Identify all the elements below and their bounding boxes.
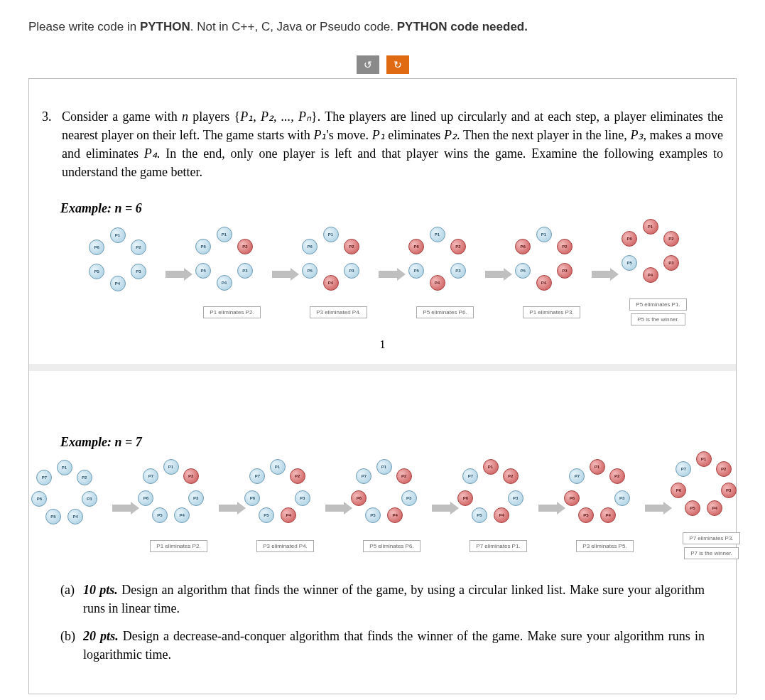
- part-a: (a) 10 pts. Design an algorithm that fin…: [60, 581, 705, 618]
- player-node: P5: [152, 507, 168, 523]
- player-node: P5: [302, 263, 318, 279]
- stage-caption: P5 eliminates P6.: [416, 306, 473, 318]
- part-a-pts: 10 pts.: [83, 583, 118, 597]
- arrow-icon: [379, 268, 406, 281]
- undo-button[interactable]: ↺: [357, 55, 379, 74]
- arrow-icon: [112, 502, 139, 515]
- example-6-diagram: P1P2P3P4P5P6P1P2P3P4P5P6P1 eliminates P2…: [60, 223, 723, 325]
- player-node: P5: [685, 500, 700, 516]
- player-ring: P1P2P3P4P5P6P7: [143, 465, 215, 536]
- player-node: P6: [457, 490, 473, 506]
- instruction-lang: PYTHON: [140, 20, 190, 33]
- player-node: P6: [89, 239, 104, 255]
- part-a-body: Design an algorithm that finds the winne…: [83, 583, 705, 615]
- qt-a: Consider a game with: [62, 109, 182, 124]
- player-node: P7: [462, 468, 478, 484]
- player-node: P4: [217, 275, 232, 291]
- question-number: 3.: [42, 107, 62, 181]
- qt-p4: P₄: [144, 146, 157, 161]
- arrow-icon: [432, 502, 459, 515]
- player-ring: P1P2P3P4P5P6: [623, 223, 694, 294]
- player-ring: P1P2P3P4P5P6P7: [463, 465, 534, 536]
- player-ring: P1P2P3P4P5P6: [90, 232, 161, 303]
- arrow-icon: [538, 502, 565, 515]
- player-node: P4: [536, 275, 552, 291]
- player-node: P7: [249, 468, 265, 484]
- toolbar: ↺ ↻: [28, 55, 737, 74]
- player-node: P5: [259, 507, 274, 523]
- player-ring: P1P2P3P4P5P6P7: [357, 465, 428, 536]
- player-node: P4: [643, 267, 658, 283]
- player-node: P7: [143, 468, 158, 484]
- player-node: P1: [376, 459, 392, 475]
- player-node: P1: [696, 451, 712, 467]
- redo-icon: ↻: [394, 59, 402, 70]
- diagram-stage: P1P2P3P4P5P6P5 eliminates P1.P5 is the w…: [623, 223, 694, 325]
- player-node: P2: [344, 239, 359, 254]
- diagram-stage: P1P2P3P4P5P6P7P7 eliminates P1.: [463, 465, 534, 552]
- arrow-icon: [592, 268, 619, 281]
- player-node: P5: [89, 264, 104, 279]
- player-node: P1: [483, 459, 499, 475]
- player-node: P7: [356, 468, 371, 484]
- instruction-line: Please write code in PYTHON. Not in C++,…: [28, 20, 737, 34]
- qt-p1a: P₁: [313, 128, 326, 142]
- player-ring: P1P2P3P4P5P6P7: [570, 465, 641, 536]
- arrow-icon: [645, 502, 672, 515]
- player-node: P5: [195, 263, 211, 279]
- arrow-icon: [219, 502, 246, 515]
- part-b-text: 20 pts. Design a decrease-and-conquer al…: [83, 627, 705, 664]
- player-ring: P1P2P3P4P5P6P7: [37, 465, 108, 537]
- diagram-stage: P1P2P3P4P5P6P7P3 eliminates P5.: [570, 465, 641, 552]
- player-node: P6: [408, 239, 424, 254]
- player-node: P2: [609, 468, 625, 484]
- qt-set: P₁, P₂, ..., Pₙ: [240, 109, 311, 124]
- player-node: P3: [401, 490, 417, 506]
- player-node: P1: [643, 219, 658, 235]
- stage-caption: P3 eliminated P4.: [310, 306, 367, 318]
- player-node: P3: [508, 490, 523, 506]
- qt-p1b: P₁: [372, 128, 385, 142]
- player-node: P4: [387, 507, 403, 523]
- player-node: P6: [31, 491, 47, 507]
- player-node: P4: [323, 275, 339, 291]
- example-7-header: Example: n = 7: [60, 435, 723, 450]
- player-node: P1: [217, 227, 232, 242]
- arrow-icon: [325, 502, 352, 515]
- player-node: P2: [237, 239, 253, 254]
- player-node: P3: [557, 263, 573, 279]
- part-b-body: Design a decrease-and-conquer algorithm …: [83, 629, 705, 662]
- player-node: P6: [138, 490, 153, 506]
- player-node: P4: [174, 507, 190, 523]
- arrow-icon: [272, 268, 299, 281]
- stage-caption: P1 eliminates P2.: [203, 306, 260, 318]
- player-node: P1: [110, 227, 126, 243]
- player-node: P1: [323, 227, 339, 242]
- stage-caption: P7 eliminates P1.: [470, 540, 526, 552]
- player-node: P5: [578, 507, 594, 523]
- stage-caption: P5 eliminates P6.: [363, 540, 420, 552]
- part-b: (b) 20 pts. Design a decrease-and-conque…: [60, 627, 705, 664]
- diagram-stage: P1P2P3P4P5P6P1 eliminates P2.: [197, 231, 268, 318]
- player-node: P6: [564, 490, 580, 506]
- page-number: 1: [42, 338, 723, 351]
- player-ring: P1P2P3P4P5P6P7: [676, 457, 747, 528]
- player-ring: P1P2P3P4P5P6: [197, 231, 268, 302]
- arrow-icon: [166, 268, 192, 281]
- player-node: P5: [622, 255, 637, 271]
- player-node: P1: [590, 459, 605, 475]
- instruction-tail: PYTHON code needed.: [397, 20, 528, 33]
- player-node: P2: [503, 468, 519, 484]
- player-node: P1: [536, 227, 552, 242]
- player-node: P3: [663, 255, 679, 271]
- page-container: Please write code in PYTHON. Not in C++,…: [0, 0, 765, 694]
- part-b-label: (b): [60, 627, 83, 664]
- document-frame: 3. Consider a game with n players {P₁, P…: [28, 78, 737, 694]
- diagram-stage: P1P2P3P4P5P6P1 eliminates P3.: [516, 231, 587, 318]
- redo-button[interactable]: ↻: [386, 55, 409, 74]
- player-node: P6: [351, 490, 367, 506]
- player-node: P4: [430, 275, 445, 291]
- player-node: P4: [281, 507, 296, 523]
- player-node: P3: [237, 263, 253, 279]
- player-node: P2: [663, 231, 679, 247]
